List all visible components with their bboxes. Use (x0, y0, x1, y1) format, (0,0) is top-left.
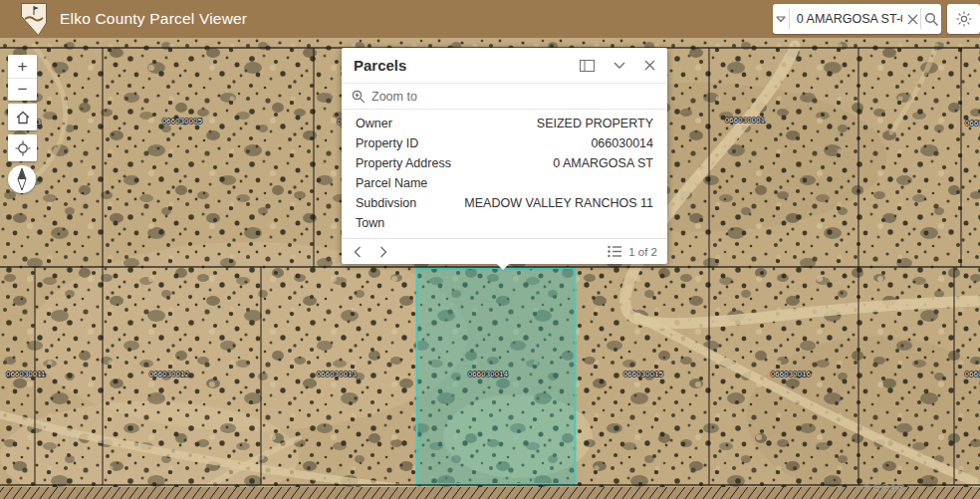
field-value: 0 AMARGOSA ST (451, 156, 653, 170)
search-source-dropdown[interactable] (773, 4, 789, 34)
zoom-to-label: Zoom to (371, 90, 417, 104)
chevron-left-icon (354, 246, 362, 258)
zoom-control[interactable]: + − (8, 55, 37, 101)
field-row: Parcel Name (356, 173, 653, 193)
popup-header: Parcels (342, 48, 667, 83)
field-label: Owner (356, 117, 392, 130)
popup-fields: OwnerSEIZED PROPERTYProperty ID066030014… (342, 110, 667, 238)
field-value: 066030014 (418, 136, 653, 150)
field-label: Land Use (356, 236, 409, 238)
search-input[interactable] (797, 12, 902, 26)
parcel-number-label: 06603 (965, 370, 980, 378)
parcel-number-label: 066030012 (149, 370, 189, 378)
parcel-number-label: 0660 (965, 119, 980, 127)
parcel-number-label: 066030005 (162, 117, 202, 125)
next-feature-button[interactable] (377, 244, 389, 260)
close-popup-button[interactable] (644, 60, 655, 71)
field-label: Parcel Name (356, 176, 427, 190)
search-submit-button[interactable] (921, 4, 941, 34)
close-icon (644, 60, 655, 71)
parcel-number-label: 066030001 (725, 116, 765, 125)
field-value: 120 (409, 236, 653, 238)
field-row: Land Use120 (356, 233, 653, 238)
field-row: SubdivsionMEADOW VALLEY RANCHOS 11 (356, 193, 653, 213)
parcel-number-label: 066030016 (771, 370, 811, 378)
basemap-brightness-button[interactable] (947, 4, 980, 34)
field-label: Town (356, 216, 384, 230)
parcel-popup: Parcels Zoom to OwnerSEIZED PRO (342, 48, 667, 264)
map-attribution: © EGAR (862, 482, 904, 494)
dock-icon (580, 60, 595, 72)
magnifier-icon (924, 12, 939, 27)
divider (789, 9, 790, 29)
dock-button[interactable] (580, 60, 595, 72)
pager-text: 1 of 2 (628, 246, 657, 258)
chevron-down-icon (776, 16, 786, 23)
field-label: Property Address (356, 156, 451, 170)
parcel-number-label: 066030014 (468, 370, 508, 378)
field-row: Property Address0 AMARGOSA ST (356, 153, 653, 173)
zoom-to-icon (352, 90, 366, 104)
search-box[interactable] (773, 4, 941, 34)
sun-icon (956, 11, 972, 27)
feature-list-icon[interactable] (608, 245, 622, 258)
field-label: Subdivsion (356, 196, 416, 210)
compass-needle-icon (14, 168, 30, 190)
field-label: Property ID (356, 136, 418, 150)
previous-feature-button[interactable] (352, 244, 364, 260)
home-button[interactable] (8, 104, 37, 130)
home-icon (15, 111, 31, 125)
search-clear-button[interactable] (904, 4, 920, 34)
zoom-to-action[interactable]: Zoom to (342, 84, 667, 109)
field-row: Property ID066030014 (356, 133, 653, 153)
popup-title: Parcels (354, 57, 561, 74)
collapse-button[interactable] (613, 62, 625, 69)
field-value: MEADOW VALLEY RANCHOS 11 (416, 196, 653, 210)
zoom-out-button[interactable]: − (8, 79, 37, 102)
hatched-strip (0, 487, 980, 499)
field-row: Town (356, 213, 653, 233)
compass-button[interactable] (8, 165, 36, 193)
zoom-in-button[interactable]: + (8, 55, 37, 79)
locate-button[interactable] (8, 134, 37, 161)
field-value: SEIZED PROPERTY (392, 117, 653, 130)
close-icon (907, 14, 918, 25)
locate-icon (15, 140, 31, 156)
popup-pointer (494, 261, 512, 270)
parcel-number-label: 066030015 (623, 370, 663, 378)
field-row: OwnerSEIZED PROPERTY (356, 114, 653, 133)
elko-county-logo (21, 3, 47, 36)
chevron-down-icon (613, 62, 625, 69)
page-title: Elko County Parcel Viewer (60, 10, 247, 28)
chevron-right-icon (379, 246, 387, 258)
parcel-number-label: 066030013 (317, 370, 357, 378)
parcel-number-label: 066030011 (6, 370, 46, 378)
app-header: Elko County Parcel Viewer (0, 0, 980, 38)
